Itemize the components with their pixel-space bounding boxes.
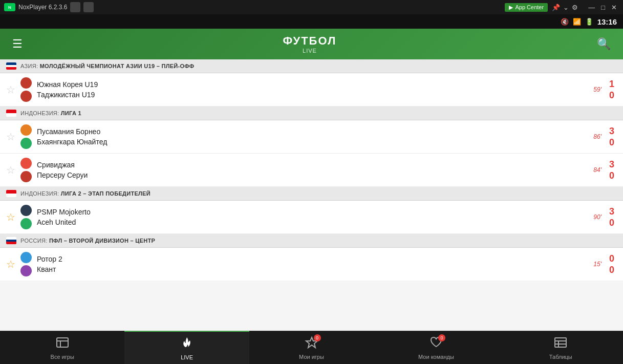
team-logos — [20, 252, 32, 276]
score-away: 0 — [609, 171, 614, 180]
league-header-0: АЗИЯ: МОЛОДЁЖНЫЙ ЧЕМПИОНАТ АЗИИ U19 – ПЛ… — [0, 59, 623, 73]
header-title-block: ФУТБОЛ LIVE — [283, 34, 337, 54]
close-button[interactable]: ✕ — [609, 4, 619, 11]
team-names: СривиджаяПерсеру Серуи — [37, 161, 587, 179]
match-minute: 59' — [587, 86, 601, 93]
favorite-button[interactable]: ☆ — [6, 258, 15, 270]
score-home: 3 — [609, 207, 614, 216]
svg-rect-4 — [555, 338, 566, 347]
battery-icon: 🔋 — [585, 18, 593, 26]
score-block: 30 — [607, 160, 617, 180]
league-header-1: ИНДОНЕЗИЯ: ЛИГА 1 — [0, 106, 623, 120]
team-logos — [20, 158, 32, 182]
nox-icon1 — [70, 2, 80, 12]
team-name-home: Пусамания Борнео — [37, 127, 587, 136]
app-center-label: App Center — [515, 4, 544, 10]
team-logo-away — [20, 171, 32, 182]
nox-logo: N — [4, 3, 15, 11]
score-home: 3 — [609, 160, 614, 169]
score-home: 0 — [609, 254, 614, 263]
team-logos — [20, 205, 32, 229]
window-controls: — □ ✕ — [586, 4, 619, 11]
status-time: 13:16 — [597, 17, 617, 26]
league-name-3: РОССИЯ: ПФЛ – ВТОРОЙ ДИВИЗИОН – ЦЕНТР — [20, 238, 155, 244]
nav-label: Все игры — [51, 354, 74, 360]
title-bar-right: ▶ App Center 📌 ⌄ ⚙ — □ ✕ — [505, 3, 619, 12]
team-names: Южная Корея U19Таджикистан U19 — [37, 80, 587, 99]
favorite-button[interactable]: ☆ — [6, 83, 15, 96]
title-bar-icons: 📌 ⌄ ⚙ — [552, 4, 578, 11]
team-logo-away — [20, 91, 32, 102]
match-row[interactable]: ☆Пусамания БорнеоБхаянгкара Юнайтед86'30 — [0, 120, 623, 154]
team-logo-home — [20, 205, 32, 216]
league-flag-2 — [6, 190, 16, 197]
nav-item-таблицы[interactable]: Таблицы — [499, 331, 623, 364]
title-bar-left: N NoxPlayer 6.2.3.6 — [4, 2, 94, 12]
content-area: АЗИЯ: МОЛОДЁЖНЫЙ ЧЕМПИОНАТ АЗИИ U19 – ПЛ… — [0, 59, 623, 331]
match-score-area: 59'10 — [587, 79, 617, 100]
favorite-button[interactable]: ☆ — [6, 211, 15, 223]
team-name-home: Сривиджая — [37, 161, 587, 169]
pin-icon[interactable]: 📌 — [552, 4, 560, 11]
league-header-3: РОССИЯ: ПФЛ – ВТОРОЙ ДИВИЗИОН – ЦЕНТР — [0, 234, 623, 248]
nox-icon2 — [83, 2, 94, 12]
status-bar: 🔇 📶 🔋 13:16 — [0, 14, 623, 29]
mute-icon: 🔇 — [561, 18, 569, 26]
favorite-button[interactable]: ☆ — [6, 131, 15, 143]
score-home: 1 — [609, 79, 614, 89]
team-names: Ротор 2Квант — [37, 255, 587, 273]
nav-item-live[interactable]: LIVE — [124, 331, 249, 364]
app-center-button[interactable]: ▶ App Center — [505, 3, 548, 12]
search-button[interactable]: 🔍 — [593, 33, 615, 55]
nav-label: Мои игры — [299, 354, 324, 360]
match-score-area: 84'30 — [587, 160, 617, 180]
nav-item-мои-игры[interactable]: 0Мои игры — [249, 331, 374, 364]
chevron-icon[interactable]: ⌄ — [563, 4, 569, 11]
favorite-button[interactable]: ☆ — [6, 164, 15, 176]
minimize-button[interactable]: — — [586, 4, 597, 11]
team-name-home: PSMP Mojokerto — [37, 208, 587, 216]
match-row[interactable]: ☆PSMP MojokertoAceh United90'30 — [0, 201, 623, 234]
title-bar: N NoxPlayer 6.2.3.6 ▶ App Center 📌 ⌄ ⚙ —… — [0, 0, 623, 14]
team-logos — [20, 77, 32, 102]
team-name-away: Бхаянгкара Юнайтед — [37, 138, 587, 146]
status-bar-right: 🔇 📶 🔋 13:16 — [561, 17, 617, 26]
play-icon: ▶ — [509, 4, 513, 11]
nav-label: LIVE — [181, 354, 193, 360]
score-block: 30 — [607, 207, 617, 227]
score-away: 0 — [609, 138, 614, 147]
team-name-away: Квант — [37, 265, 587, 273]
nav-badge: 0 — [438, 334, 445, 341]
match-row[interactable]: ☆СривиджаяПерсеру Серуи84'30 — [0, 154, 623, 187]
fire-icon — [180, 336, 194, 353]
score-away: 0 — [609, 265, 614, 274]
match-score-area: 86'30 — [587, 126, 617, 147]
hamburger-button[interactable]: ☰ — [8, 33, 27, 55]
wifi-icon: 📶 — [573, 18, 581, 26]
league-name-1: ИНДОНЕЗИЯ: ЛИГА 1 — [20, 110, 81, 116]
team-name-away: Персеру Серуи — [37, 171, 587, 179]
league-name-0: АЗИЯ: МОЛОДЁЖНЫЙ ЧЕМПИОНАТ АЗИИ U19 – ПЛ… — [20, 63, 195, 69]
team-logo-away — [20, 265, 32, 276]
match-row[interactable]: ☆Ротор 2Квант15'00 — [0, 248, 623, 281]
team-logos — [20, 124, 32, 149]
nav-item-мои-команды[interactable]: 0Мои команды — [374, 331, 498, 364]
team-name-away: Таджикистан U19 — [37, 91, 587, 99]
table-icon — [553, 335, 568, 353]
nav-item-все-игры[interactable]: Все игры — [0, 331, 124, 364]
nav-badge: 0 — [314, 334, 321, 341]
team-logo-home — [20, 252, 32, 263]
match-score-area: 15'00 — [587, 254, 617, 274]
match-row[interactable]: ☆Южная Корея U19Таджикистан U1959'10 — [0, 73, 623, 106]
score-away: 0 — [609, 91, 614, 100]
team-logo-home — [20, 124, 32, 136]
settings-icon[interactable]: ⚙ — [572, 4, 578, 11]
header-subtitle: LIVE — [283, 48, 337, 54]
bottom-nav: Все игрыLIVE0Мои игры0Мои командыТаблицы — [0, 331, 623, 364]
match-score-area: 90'30 — [587, 207, 617, 227]
team-name-home: Ротор 2 — [37, 255, 587, 263]
maximize-button[interactable]: □ — [599, 4, 607, 11]
match-minute: 90' — [587, 213, 601, 221]
nav-label: Мои команды — [418, 354, 454, 360]
match-minute: 84' — [587, 166, 601, 174]
